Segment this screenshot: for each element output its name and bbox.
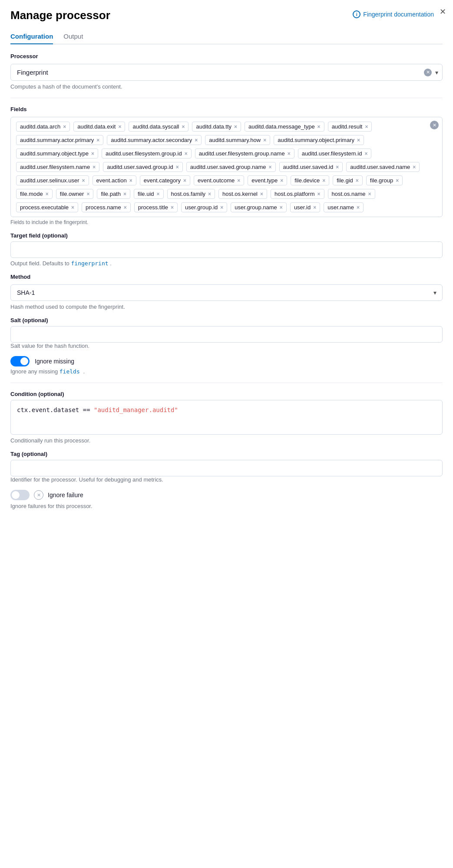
processor-help-text: Computes a hash of the document's conten…	[10, 83, 443, 90]
field-tag-close[interactable]: ×	[82, 178, 85, 184]
field-tag-close[interactable]: ×	[357, 137, 360, 143]
method-help-text: Hash method used to compute the fingerpr…	[10, 304, 443, 310]
field-tag-close[interactable]: ×	[317, 124, 321, 130]
field-tag: user.group.name×	[231, 202, 287, 212]
field-tag-close[interactable]: ×	[86, 191, 89, 197]
field-tag: auditd.user.filesystem.group.name×	[195, 149, 294, 158]
field-tag-close[interactable]: ×	[182, 124, 185, 130]
tag-label: Tag (optional)	[10, 451, 443, 457]
field-tag: auditd.user.saved.name×	[346, 162, 420, 172]
processor-label: Processor	[10, 53, 443, 59]
field-tag-close[interactable]: ×	[357, 205, 360, 211]
field-tag-close[interactable]: ×	[260, 191, 263, 197]
field-tag-close[interactable]: ×	[237, 178, 240, 184]
field-tag: auditd.user.saved.group.name×	[186, 162, 276, 172]
field-tag-close[interactable]: ×	[396, 178, 399, 184]
field-tag: file.device×	[291, 175, 329, 185]
field-tag-label: host.os.name	[332, 191, 366, 197]
processor-select[interactable]: Fingerprint	[10, 64, 443, 81]
field-tag-close[interactable]: ×	[234, 124, 237, 130]
field-tag-close[interactable]: ×	[208, 191, 211, 197]
field-tag-close[interactable]: ×	[269, 164, 272, 170]
field-tag-label: auditd.summary.actor.secondary	[111, 137, 192, 143]
field-tag-label: process.name	[86, 204, 121, 211]
fingerprint-doc-link[interactable]: i Fingerprint documentation	[353, 10, 434, 18]
tag-section: Tag (optional) Identifier for the proces…	[10, 451, 443, 483]
field-tag-close[interactable]: ×	[263, 137, 266, 143]
field-tag-label: auditd.data.arch	[20, 123, 60, 130]
field-tag-close[interactable]: ×	[124, 205, 127, 211]
method-select[interactable]: SHA-1	[10, 284, 443, 301]
tabs-bar: Configuration Output	[10, 29, 443, 44]
field-tag-close[interactable]: ×	[118, 124, 121, 130]
field-tag-close[interactable]: ×	[364, 151, 367, 157]
tags-container[interactable]: auditd.data.arch×auditd.data.exit×auditd…	[10, 117, 443, 217]
fields-hint: Fields to include in the fingerprint.	[10, 219, 443, 225]
field-tag-close[interactable]: ×	[71, 205, 74, 211]
field-tag-label: file.owner	[60, 191, 84, 197]
field-tag-close[interactable]: ×	[313, 205, 316, 211]
ignore-failure-toggle[interactable]	[10, 490, 30, 500]
field-tag-label: auditd.user.saved.id	[283, 164, 334, 170]
field-tag: user.name×	[324, 202, 364, 212]
field-tag-close[interactable]: ×	[288, 151, 291, 157]
field-tag-close[interactable]: ×	[220, 205, 223, 211]
ignore-missing-toggle[interactable]	[10, 356, 30, 366]
field-tag-close[interactable]: ×	[157, 191, 160, 197]
field-tag: auditd.user.saved.id×	[279, 162, 343, 172]
field-tag-close[interactable]: ×	[93, 164, 96, 170]
field-tag-close[interactable]: ×	[46, 191, 49, 197]
tab-output[interactable]: Output	[63, 29, 83, 44]
field-tag-close[interactable]: ×	[356, 178, 359, 184]
chevron-down-icon: ▾	[435, 69, 438, 76]
field-tag: auditd.data.arch×	[16, 122, 70, 132]
target-field-input[interactable]	[10, 241, 443, 258]
field-tag: host.os.name×	[328, 189, 375, 199]
clear-processor-icon[interactable]: ✕	[424, 69, 432, 76]
fingerprint-doc-label: Fingerprint documentation	[363, 11, 434, 18]
condition-value: "auditd_manager.auditd"	[94, 406, 178, 413]
salt-input[interactable]	[10, 326, 443, 343]
condition-box[interactable]: ctx.event.dataset == "auditd_manager.aud…	[10, 400, 443, 435]
condition-text: ctx.event.dataset ==	[17, 406, 94, 413]
field-tag-close[interactable]: ×	[280, 205, 283, 211]
field-tag-label: auditd.data.message_type	[248, 123, 315, 130]
ignore-missing-row: Ignore missing	[10, 356, 443, 366]
field-tag-close[interactable]: ×	[176, 164, 179, 170]
field-tag: auditd.summary.actor.primary×	[16, 135, 103, 145]
field-tag-close[interactable]: ×	[195, 137, 198, 143]
field-tag: user.id×	[290, 202, 320, 212]
field-tag: file.group×	[366, 175, 403, 185]
field-tag-close[interactable]: ×	[63, 124, 66, 130]
output-text-prefix: Output field. Defaults to	[10, 260, 69, 267]
ignore-failure-row: ✕ Ignore failure	[10, 490, 443, 500]
field-tag: event.outcome×	[194, 175, 244, 185]
field-tag-close[interactable]: ×	[91, 151, 94, 157]
ignore-failure-label: Ignore failure	[48, 492, 83, 498]
field-tag: auditd.data.syscall×	[129, 122, 188, 132]
field-tag-close[interactable]: ×	[129, 178, 132, 184]
field-tag-label: user.group.id	[185, 204, 218, 211]
tab-configuration[interactable]: Configuration	[10, 29, 53, 44]
field-tag-label: host.os.kernel	[222, 191, 258, 197]
field-tag-close[interactable]: ×	[171, 205, 174, 211]
field-tag-close[interactable]: ×	[96, 137, 99, 143]
field-tag-close[interactable]: ×	[413, 164, 416, 170]
field-tag-close[interactable]: ×	[280, 178, 283, 184]
field-tag-close[interactable]: ×	[322, 178, 325, 184]
field-tag-close[interactable]: ×	[317, 191, 321, 197]
field-tag-close[interactable]: ×	[336, 164, 339, 170]
field-tag-close[interactable]: ×	[185, 151, 188, 157]
field-tag-label: auditd.user.filesystem.id	[302, 150, 362, 157]
tag-input[interactable]	[10, 460, 443, 476]
field-tag-label: auditd.user.saved.group.name	[190, 164, 266, 170]
field-tag-close[interactable]: ×	[123, 191, 126, 197]
salt-label: Salt (optional)	[10, 317, 443, 323]
field-tag: user.group.id×	[181, 202, 227, 212]
clear-all-tags-button[interactable]: ✕	[430, 121, 439, 129]
field-tag-label: file.path	[101, 191, 121, 197]
close-button[interactable]: ✕	[440, 7, 446, 17]
field-tag-close[interactable]: ×	[365, 124, 368, 130]
field-tag-close[interactable]: ×	[183, 178, 186, 184]
field-tag-close[interactable]: ×	[368, 191, 371, 197]
